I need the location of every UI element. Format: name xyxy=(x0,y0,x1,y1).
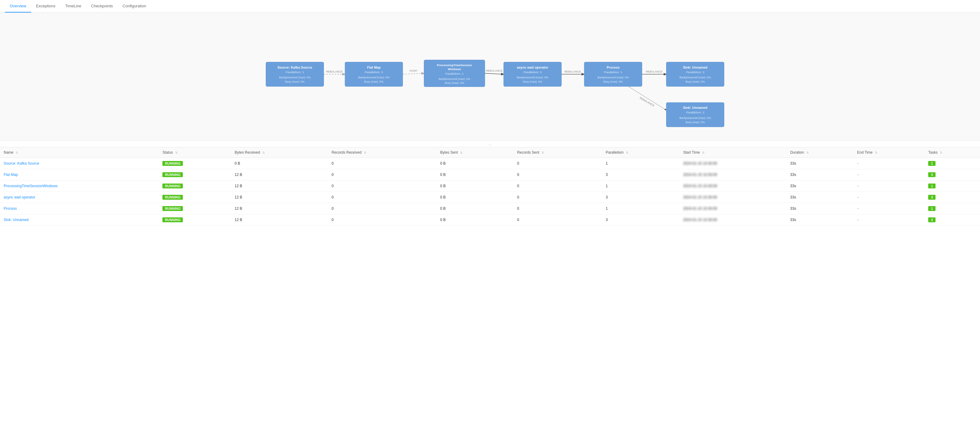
col-bytes-sent[interactable]: Bytes Sent ⇅ xyxy=(437,147,514,158)
col-status[interactable]: Status ⇅ xyxy=(159,147,231,158)
svg-text:Busy (max): 0%: Busy (max): 0% xyxy=(686,80,705,83)
row-records-received: 0 xyxy=(328,214,436,226)
sort-icon-duration: ⇅ xyxy=(806,151,809,154)
tab-exceptions[interactable]: Exceptions xyxy=(31,0,60,13)
row-name[interactable]: Source: Kafka Source xyxy=(0,158,159,169)
table-area: ... Name ⇅ Status ⇅ Bytes Received ⇅ Rec… xyxy=(0,141,980,226)
svg-text:Parallelism: 1: Parallelism: 1 xyxy=(604,70,622,74)
row-name[interactable]: ProcessingTimeSessionWindows xyxy=(0,180,159,192)
row-tasks: 1 xyxy=(924,203,980,214)
col-records-sent[interactable]: Records Sent ⇅ xyxy=(514,147,602,158)
row-tasks: 3 xyxy=(924,169,980,180)
svg-text:ProcessingTimeSession: ProcessingTimeSession xyxy=(437,64,472,67)
table-row: async wait operatorRUNNING12 B00 B032024… xyxy=(0,192,980,203)
row-name[interactable]: Flat Map xyxy=(0,169,159,180)
row-duration: 33s xyxy=(786,214,854,226)
sort-icon-status: ⇅ xyxy=(175,151,178,154)
row-records-received: 0 xyxy=(328,203,436,214)
svg-text:Sink: Unnamed: Sink: Unnamed xyxy=(683,65,707,69)
col-duration[interactable]: Duration ⇅ xyxy=(786,147,854,158)
svg-text:Parallelism: 3: Parallelism: 3 xyxy=(686,111,704,114)
row-end-time: – xyxy=(854,180,925,192)
row-bytes-sent: 0 B xyxy=(437,203,514,214)
row-bytes-sent: 0 B xyxy=(437,169,514,180)
svg-text:REBALANCE: REBALANCE xyxy=(326,70,342,73)
svg-text:REBALANCE: REBALANCE xyxy=(564,70,581,73)
row-parallelism: 1 xyxy=(602,180,679,192)
row-duration: 33s xyxy=(786,180,854,192)
row-records-received: 0 xyxy=(328,192,436,203)
row-status: RUNNING xyxy=(159,169,231,180)
row-status: RUNNING xyxy=(159,180,231,192)
row-records-received: 0 xyxy=(328,180,436,192)
row-start-time: 2024-01-15 10:30:00 xyxy=(679,169,786,180)
col-records-received[interactable]: Records Received ⇅ xyxy=(328,147,436,158)
svg-text:Process: Process xyxy=(607,65,620,69)
row-tasks: 1 xyxy=(924,180,980,192)
row-name[interactable]: async wait operator xyxy=(0,192,159,203)
tab-overview[interactable]: Overview xyxy=(5,0,31,13)
row-start-time: 2024-01-15 10:30:00 xyxy=(679,203,786,214)
row-name[interactable]: Process xyxy=(0,203,159,214)
row-status: RUNNING xyxy=(159,158,231,169)
svg-text:Busy (max): 0%: Busy (max): 0% xyxy=(445,81,464,84)
row-end-time: – xyxy=(854,203,925,214)
col-bytes-received[interactable]: Bytes Received ⇅ xyxy=(231,147,328,158)
col-tasks[interactable]: Tasks ⇅ xyxy=(924,147,980,158)
tasks-badge: 1 xyxy=(928,206,935,211)
svg-line-4 xyxy=(485,73,504,75)
col-parallelism[interactable]: Parallelism ⇅ xyxy=(602,147,679,158)
row-end-time: – xyxy=(854,192,925,203)
table-row: Flat MapRUNNING12 B00 B032024-01-15 10:3… xyxy=(0,169,980,180)
row-start-time: 2024-01-15 10:30:00 xyxy=(679,180,786,192)
sort-icon-bytes-sent: ⇅ xyxy=(460,151,463,154)
table-header-row: Name ⇅ Status ⇅ Bytes Received ⇅ Records… xyxy=(0,147,980,158)
svg-text:Busy (max): 0%: Busy (max): 0% xyxy=(285,80,304,83)
svg-text:Parallelism: 3: Parallelism: 3 xyxy=(523,70,542,74)
svg-text:Backpressured (max): 0%: Backpressured (max): 0% xyxy=(517,76,548,79)
tab-checkpoints[interactable]: Checkpoints xyxy=(86,0,118,13)
status-badge: RUNNING xyxy=(162,206,183,211)
svg-text:Backpressured (max): 0%: Backpressured (max): 0% xyxy=(597,76,628,79)
sort-icon-tasks: ⇅ xyxy=(940,151,942,154)
row-records-received: 0 xyxy=(328,169,436,180)
svg-text:Parallelism: 3: Parallelism: 3 xyxy=(365,70,383,74)
dag-diagram: REBALANCE HASH REBALANCE REBALANCE REBAL… xyxy=(0,13,980,141)
table-row: ProcessRUNNING12 B00 B012024-01-15 10:30… xyxy=(0,203,980,214)
sort-icon-parallelism: ⇅ xyxy=(626,151,628,154)
svg-text:async wait operator: async wait operator xyxy=(517,65,549,69)
status-badge: RUNNING xyxy=(162,217,183,222)
row-parallelism: 3 xyxy=(602,214,679,226)
table-row: Sink: UnnamedRUNNING12 B00 B032024-01-15… xyxy=(0,214,980,226)
col-start-time[interactable]: Start Time ⇅ xyxy=(679,147,786,158)
sort-icon-start-time: ⇅ xyxy=(702,151,705,154)
row-records-sent: 0 xyxy=(514,158,602,169)
svg-text:Backpressured (max): 0%: Backpressured (max): 0% xyxy=(679,76,711,79)
row-bytes-sent: 0 B xyxy=(437,214,514,226)
row-bytes-received: 0 B xyxy=(231,158,328,169)
row-name[interactable]: Sink: Unnamed xyxy=(0,214,159,226)
row-records-received: 0 xyxy=(328,158,436,169)
row-bytes-received: 12 B xyxy=(231,180,328,192)
row-records-sent: 0 xyxy=(514,169,602,180)
tab-timeline[interactable]: TimeLine xyxy=(60,0,86,13)
tasks-badge: 1 xyxy=(928,183,935,188)
col-name[interactable]: Name ⇅ xyxy=(0,147,159,158)
svg-line-10 xyxy=(628,86,667,110)
row-tasks: 1 xyxy=(924,158,980,169)
row-parallelism: 3 xyxy=(602,192,679,203)
row-end-time: – xyxy=(854,158,925,169)
svg-text:Windows: Windows xyxy=(448,67,461,71)
jobs-table: Name ⇅ Status ⇅ Bytes Received ⇅ Records… xyxy=(0,147,980,226)
sort-icon-records-sent: ⇅ xyxy=(541,151,544,154)
row-status: RUNNING xyxy=(159,192,231,203)
row-bytes-received: 12 B xyxy=(231,192,328,203)
col-end-time[interactable]: End Time ⇅ xyxy=(854,147,925,158)
tab-configuration[interactable]: Configuration xyxy=(118,0,151,13)
row-parallelism: 3 xyxy=(602,169,679,180)
row-duration: 33s xyxy=(786,158,854,169)
row-start-time: 2024-01-15 10:30:00 xyxy=(679,192,786,203)
row-status: RUNNING xyxy=(159,214,231,226)
tasks-badge: 3 xyxy=(928,217,935,222)
svg-text:Parallelism: 3: Parallelism: 3 xyxy=(686,70,704,74)
